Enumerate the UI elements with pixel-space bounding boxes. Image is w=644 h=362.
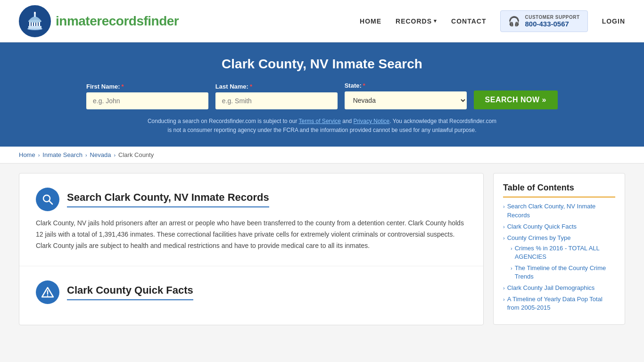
- first-name-input[interactable]: [86, 92, 208, 109]
- breadcrumb-sep-3: ›: [114, 152, 116, 158]
- customer-support-box: 🎧 CUSTOMER SUPPORT 800-433-0567: [500, 10, 587, 32]
- state-select[interactable]: Nevada: [345, 91, 467, 109]
- toc-list: › Search Clark County, NV Inmate Records…: [503, 202, 615, 312]
- svg-rect-1: [28, 26, 41, 29]
- toc-link-1[interactable]: › Search Clark County, NV Inmate Records: [503, 202, 615, 219]
- sidebar-right: Table of Contents › Search Clark County,…: [493, 173, 625, 325]
- toc-item-2: › Clark County Quick Facts: [503, 222, 615, 231]
- toc-sub-caret-1: ›: [511, 245, 512, 252]
- toc-caret-3: ›: [503, 235, 505, 242]
- toc-item-5: › A Timeline of Yearly Data Pop Total fr…: [503, 295, 615, 312]
- state-group: State:* Nevada: [345, 82, 467, 109]
- nav-contact[interactable]: CONTACT: [451, 17, 486, 25]
- toc-title: Table of Contents: [503, 183, 615, 197]
- toc-caret-4: ›: [503, 285, 505, 292]
- nav-login[interactable]: LOGIN: [602, 17, 625, 25]
- breadcrumb-clark-county: Clark County: [118, 151, 154, 158]
- breadcrumb: Home › Inmate Search › Nevada › Clark Co…: [0, 147, 644, 164]
- svg-point-7: [28, 20, 41, 23]
- privacy-link[interactable]: Privacy Notice: [354, 118, 390, 124]
- last-name-input[interactable]: [215, 92, 338, 109]
- section1-body: Clark County, NV jails hold prisoners af…: [36, 218, 467, 251]
- toc-caret-1: ›: [503, 203, 505, 210]
- breadcrumb-sep-1: ›: [38, 152, 40, 158]
- state-label: State:*: [345, 82, 365, 89]
- support-number[interactable]: 800-433-0567: [525, 20, 579, 28]
- records-dropdown-icon: ▾: [434, 18, 437, 24]
- breadcrumb-sep-2: ›: [85, 152, 87, 158]
- section-quick-facts: Clark County Quick Facts: [19, 266, 483, 325]
- main-content: Search Clark County, NV Inmate Records C…: [0, 164, 644, 334]
- section1-header: Search Clark County, NV Inmate Records: [36, 188, 467, 211]
- hero-section: Clark County, NV Inmate Search First Nam…: [0, 42, 644, 147]
- content-left: Search Clark County, NV Inmate Records C…: [19, 173, 484, 325]
- section-search: Search Clark County, NV Inmate Records C…: [19, 173, 483, 266]
- required-star: *: [122, 83, 124, 90]
- toc-sub-item-2: › The Timeline of the County Crime Trend…: [511, 264, 615, 281]
- search-button[interactable]: SEARCH NOW »: [474, 90, 558, 109]
- toc-link-2[interactable]: › Clark County Quick Facts: [503, 222, 615, 231]
- support-label: CUSTOMER SUPPORT: [525, 15, 579, 20]
- breadcrumb-home[interactable]: Home: [19, 151, 35, 158]
- nav-records[interactable]: RECORDS ▾: [396, 17, 437, 25]
- section2-header: Clark County Quick Facts: [36, 280, 467, 304]
- toc-link-5[interactable]: › A Timeline of Yearly Data Pop Total fr…: [503, 295, 615, 312]
- info-section-icon: [36, 280, 59, 304]
- toc-link-4[interactable]: › Clark County Jail Demographics: [503, 284, 615, 292]
- toc-sub-caret-2: ›: [511, 265, 512, 272]
- site-header: inmaterecordsfinder HOME RECORDS ▾ CONTA…: [0, 0, 644, 42]
- svg-line-11: [50, 201, 53, 205]
- toc-sub-item-1: › Crimes % in 2016 - TOTAL ALL AGENCIES: [511, 244, 615, 261]
- toc-item-1: › Search Clark County, NV Inmate Records: [503, 202, 615, 219]
- logo-text: inmaterecordsfinder: [56, 14, 179, 29]
- required-star-2: *: [250, 83, 252, 90]
- svg-point-14: [47, 295, 48, 296]
- svg-rect-8: [34, 13, 36, 17]
- support-info: CUSTOMER SUPPORT 800-433-0567: [525, 15, 579, 28]
- headset-icon: 🎧: [508, 16, 520, 27]
- logo-area: inmaterecordsfinder: [19, 5, 179, 37]
- hero-title: Clark County, NV Inmate Search: [19, 57, 625, 72]
- section1-title: Search Clark County, NV Inmate Records: [67, 191, 269, 207]
- last-name-label: Last Name:*: [215, 83, 252, 90]
- toc-sub-list: › Crimes % in 2016 - TOTAL ALL AGENCIES …: [511, 244, 615, 281]
- toc-item-3: › County Crimes by Type › Crimes % in 20…: [503, 234, 615, 281]
- first-name-group: First Name:*: [86, 83, 208, 109]
- search-section-icon: [36, 188, 59, 211]
- search-form: First Name:* Last Name:* State:* Nevada …: [86, 82, 558, 109]
- hero-disclaimer: Conducting a search on Recordsfinder.com…: [145, 117, 499, 135]
- logo-icon: [19, 5, 51, 37]
- terms-link[interactable]: Terms of Service: [299, 118, 341, 124]
- nav-home[interactable]: HOME: [360, 17, 381, 25]
- toc-link-3[interactable]: › County Crimes by Type: [503, 234, 615, 242]
- svg-point-9: [34, 12, 36, 14]
- toc-sub-link-2[interactable]: › The Timeline of the County Crime Trend…: [511, 264, 615, 281]
- first-name-label: First Name:*: [86, 83, 124, 90]
- toc-item-4: › Clark County Jail Demographics: [503, 284, 615, 292]
- toc-caret-2: ›: [503, 223, 505, 230]
- section2-title: Clark County Quick Facts: [67, 284, 193, 300]
- breadcrumb-nevada[interactable]: Nevada: [90, 151, 111, 158]
- required-star-3: *: [363, 82, 365, 89]
- toc-caret-5: ›: [503, 296, 505, 303]
- breadcrumb-inmate-search[interactable]: Inmate Search: [42, 151, 83, 158]
- main-nav: HOME RECORDS ▾ CONTACT 🎧 CUSTOMER SUPPOR…: [360, 10, 625, 32]
- last-name-group: Last Name:*: [215, 83, 338, 109]
- toc-box: Table of Contents › Search Clark County,…: [493, 173, 625, 325]
- toc-sub-link-1[interactable]: › Crimes % in 2016 - TOTAL ALL AGENCIES: [511, 244, 615, 261]
